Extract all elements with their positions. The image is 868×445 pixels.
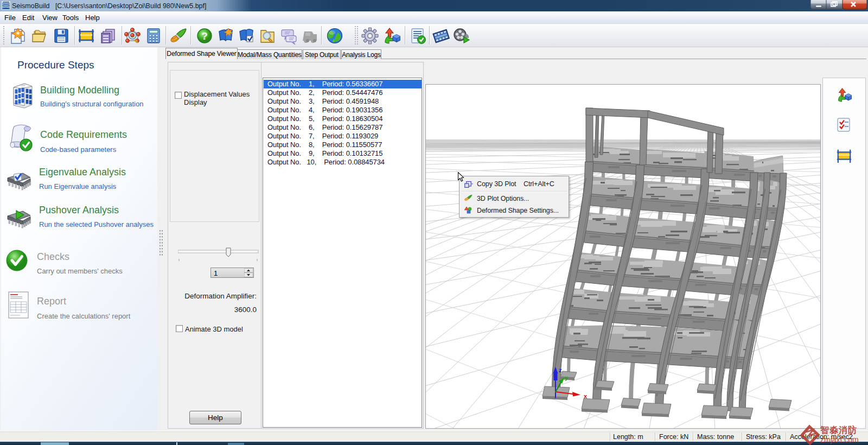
svg-text:x: x [584,393,588,399]
svg-text:z: z [559,367,562,373]
svg-text:y: y [565,375,568,381]
svg-text:智淼消防: 智淼消防 [820,425,857,435]
svg-text:zmjaxf.com: zmjaxf.com [820,435,859,444]
svg-text:?: ? [201,30,208,42]
